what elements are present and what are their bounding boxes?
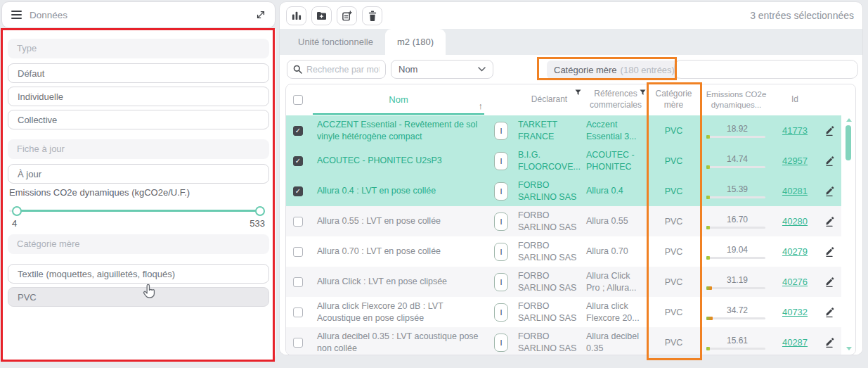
row-name[interactable]: Allura Click : LVT en pose clipsée — [310, 273, 487, 291]
row-category: PVC — [648, 277, 699, 287]
table-row: ACCZENT Essential - Revêtement de sol vi… — [286, 115, 841, 146]
emissions-range-slider[interactable] — [15, 206, 262, 216]
emissions-bar — [706, 348, 765, 350]
edit-button[interactable] — [817, 216, 841, 227]
row-references: Allura 0.4 — [583, 183, 648, 199]
table-row: ACOUTEC - PHONITEC U2sP3 I B.I.G. FLOORC… — [286, 146, 841, 176]
row-emissions-value: 34.72 — [706, 305, 765, 315]
row-declarant: FORBO SARLINO SAS — [515, 298, 583, 326]
add-note-button[interactable] — [337, 6, 357, 25]
info-button[interactable]: I — [494, 334, 508, 352]
row-checkbox[interactable] — [293, 126, 303, 136]
sort-ascending-icon[interactable]: ↑ — [479, 101, 484, 113]
tab-m2[interactable]: m2 (180) — [385, 29, 446, 55]
row-id-link[interactable]: 40280 — [782, 216, 808, 227]
row-references: Acczent Essential 3... — [583, 117, 648, 145]
row-checkbox[interactable] — [293, 338, 303, 348]
row-checkbox[interactable] — [293, 186, 303, 196]
row-category: PVC — [648, 156, 699, 166]
filter-option-collective[interactable]: Collective — [8, 110, 269, 129]
edit-button[interactable] — [817, 156, 841, 166]
chart-icon — [292, 11, 302, 20]
filter-funnel-icon[interactable] — [575, 89, 581, 96]
info-button[interactable]: I — [494, 152, 508, 170]
expand-icon[interactable] — [256, 10, 266, 20]
edit-button[interactable] — [817, 307, 841, 317]
slider-track[interactable] — [15, 210, 262, 212]
edit-button[interactable] — [817, 246, 841, 257]
tab-unite-fonctionnelle[interactable]: Unité fonctionnelle — [286, 29, 385, 55]
tab-content: Nom Catégorie mère (180 entrées) × Nom ↑ — [280, 55, 862, 355]
info-button[interactable]: I — [494, 273, 508, 291]
row-references: Allura 0.70 — [583, 243, 648, 260]
sort-select[interactable]: Nom — [391, 60, 493, 79]
filters-panel: Type Défaut Individuelle Collective Fich… — [1, 29, 276, 361]
row-declarant: FORBO SARLINO SAS — [515, 238, 583, 266]
row-name[interactable]: Allura 0.4 : LVT en pose collée — [310, 182, 487, 200]
add-folder-button[interactable] — [311, 6, 332, 25]
trash-icon — [368, 11, 377, 21]
scroll-up-icon[interactable] — [846, 118, 852, 122]
row-name[interactable]: Allura 0.70 : LVT en pose collée — [310, 243, 487, 260]
row-checkbox[interactable] — [293, 307, 303, 317]
chart-button[interactable] — [286, 6, 306, 25]
edit-button[interactable] — [817, 186, 841, 196]
row-checkbox[interactable] — [293, 277, 303, 287]
filter-group-fiche-label: Fiche à jour — [8, 139, 269, 159]
row-id-link[interactable]: 42957 — [782, 156, 808, 166]
row-checkbox[interactable] — [293, 247, 303, 257]
slider-handle-max[interactable] — [255, 206, 265, 216]
table-row: Allura 0.4 : LVT en pose collée I FORBO … — [286, 176, 841, 206]
filter-input[interactable] — [674, 60, 858, 79]
select-all-checkbox[interactable] — [293, 95, 303, 105]
filter-option-defaut[interactable]: Défaut — [8, 63, 269, 83]
row-checkbox[interactable] — [293, 217, 303, 227]
row-id-link[interactable]: 40281 — [782, 186, 808, 196]
row-emissions-value: 18.92 — [706, 124, 765, 134]
row-name[interactable]: ACOUTEC - PHONITEC U2sP3 — [310, 152, 487, 170]
table-row: Allura click Flexcore 20 dB : LVT Acoust… — [286, 297, 841, 327]
info-button[interactable]: I — [494, 182, 508, 201]
column-header-id[interactable]: Id — [773, 84, 817, 115]
info-button[interactable]: I — [494, 303, 508, 322]
filter-funnel-icon[interactable] — [640, 89, 646, 96]
emissions-bar-marker — [706, 135, 710, 139]
row-name[interactable]: Allura 0.55 : LVT en pose collée — [310, 212, 487, 230]
column-header-categorie[interactable]: Catégorie mère — [648, 84, 699, 115]
filter-option-a-jour[interactable]: À jour — [8, 164, 269, 184]
info-button[interactable]: I — [494, 212, 508, 231]
row-id-link[interactable]: 40279 — [782, 246, 808, 257]
row-name[interactable]: Allura click Flexcore 20 dB : LVT Acoust… — [310, 298, 487, 327]
slider-handle-min[interactable] — [12, 206, 22, 216]
row-id-link[interactable]: 40287 — [782, 337, 808, 348]
table-scrollbar[interactable] — [841, 84, 855, 355]
delete-button[interactable] — [362, 6, 382, 25]
row-name[interactable]: Allura decibel 0.35 : LVT acoustique pos… — [310, 328, 487, 355]
edit-button[interactable] — [817, 277, 841, 287]
menu-icon[interactable] — [11, 11, 22, 19]
column-header-nom[interactable]: Nom ↑ — [310, 84, 487, 115]
search-input[interactable] — [306, 65, 380, 75]
column-header-references[interactable]: Référencescommerciales — [583, 84, 648, 115]
edit-button[interactable] — [817, 125, 841, 136]
info-button[interactable]: I — [494, 243, 508, 261]
row-id-link[interactable]: 40276 — [782, 277, 808, 287]
info-button[interactable]: I — [494, 122, 508, 140]
row-id-link[interactable]: 41773 — [782, 125, 808, 136]
chevron-down-icon — [478, 67, 486, 72]
row-declarant: B.I.G. FLOORCOVE... — [515, 147, 583, 175]
row-id-link[interactable]: 40732 — [782, 307, 808, 317]
category-filter-chip[interactable]: Catégorie mère (180 entrées) × — [547, 61, 692, 79]
scroll-down-icon[interactable] — [846, 347, 852, 350]
edit-button[interactable] — [817, 337, 841, 348]
column-header-emissions[interactable]: Emissions CO2edynamiques... — [699, 84, 773, 115]
row-name[interactable]: ACCZENT Essential - Revêtement de sol vi… — [310, 116, 487, 146]
filter-option-pvc[interactable]: PVC — [8, 287, 269, 307]
column-header-declarant[interactable]: Déclarant — [515, 84, 583, 115]
filter-option-individuelle[interactable]: Individuelle — [8, 87, 269, 106]
filter-option-textile[interactable]: Textile (moquettes, aiguilletés, floqués… — [8, 264, 269, 284]
filter-group-categorie-label: Catégorie mère — [8, 234, 269, 254]
search-box[interactable] — [287, 60, 386, 79]
scrollbar-thumb[interactable] — [846, 125, 851, 160]
row-checkbox[interactable] — [293, 156, 303, 166]
